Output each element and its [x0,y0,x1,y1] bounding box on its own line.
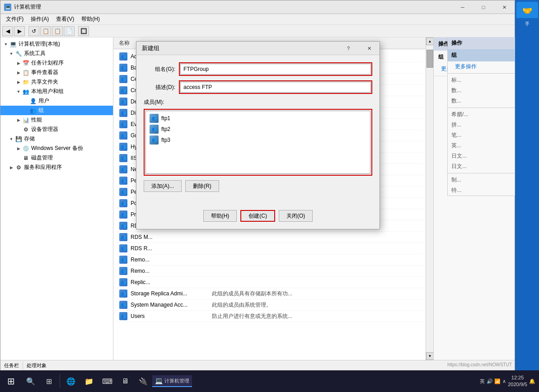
sidebar-item-backup[interactable]: ▶ 💿 Windows Server 备份 [0,144,113,153]
scrollbar[interactable]: ▲ ▼ [426,37,433,360]
taskbar-compmgmt-app[interactable]: 💻 计算机管理 [152,375,192,387]
close-button[interactable]: ✕ [494,0,515,14]
sidebar-item-users[interactable]: 👤 用户 [0,96,113,106]
member-item-ftp3[interactable]: 👥 ftp3 [148,135,368,145]
actions-sep1 [448,73,515,74]
toolbar-btn-5[interactable]: 📄 [64,26,75,36]
group-icon: 👥 [119,86,127,94]
taskbar-ie-icon[interactable]: 🌐 [62,372,80,390]
group-icon: 👥 [119,75,127,83]
side-panel-labels: 手 [515,18,539,30]
list-item[interactable]: 👥 Users 防止用户进行有意或无意的系统... [115,311,424,322]
groups-icon: 👥 [29,107,37,114]
list-item[interactable]: 👥 RDS R... [115,243,424,254]
taskview-button[interactable]: ⊞ [40,372,58,390]
toolbar-btn-6[interactable]: 🔲 [78,26,89,36]
list-item[interactable]: 👥 Remo... [115,266,424,277]
sidebar-item-computer[interactable]: ▼ 💻 计算机管理(本地) [0,39,113,49]
expand-users-leaf [22,98,29,105]
expand-event[interactable]: ▶ [15,69,22,76]
scroll-up-button[interactable]: ▲ [426,37,434,45]
dialog-close-button[interactable]: ✕ [359,42,380,55]
scroll-thumb[interactable] [427,50,433,68]
sidebar-item-event[interactable]: ▶ 📋 事件查看器 [0,68,113,77]
menu-file[interactable]: 文件(F) [2,14,27,24]
expand-tray-button[interactable]: ∧ [502,378,506,384]
list-item[interactable]: 👥 Storage Replica Admi... 此组的成员具有存储副本所有功… [115,288,424,299]
dialog-create-button[interactable]: 创建(C) [240,210,275,222]
group-name-input[interactable] [180,64,371,75]
scroll-area[interactable] [426,45,433,352]
expand-backup[interactable]: ▶ [15,145,22,152]
member-item-ftp2[interactable]: 👥 ftp2 [148,124,368,135]
list-item[interactable]: 👥 Replic... [115,277,424,288]
minimize-button[interactable]: ─ [452,0,473,14]
taskbar-network-icon[interactable]: 🔌 [134,372,152,390]
sidebar-label-users: 用户 [38,97,49,105]
expand-localusers[interactable]: ▼ [15,88,22,95]
taskbar-explorer-icon[interactable]: 📁 [80,372,98,390]
dialog-help-footer-button[interactable]: 帮助(H) [203,210,237,222]
sidebar-item-share[interactable]: ▶ 📁 共享文件夹 [0,77,113,87]
desc-input[interactable] [180,82,371,93]
expand-storage[interactable]: ▼ [8,135,15,143]
sidebar-item-tools[interactable]: ▼ 🔧 系统工具 [0,49,113,58]
members-label: 成员(M): [144,98,372,106]
taskbar-server-icon[interactable]: 🖥 [116,372,134,390]
side-panel-icon[interactable]: 🤝 [516,2,538,20]
list-item[interactable]: 👥 Remo... [115,254,424,266]
expand-perf[interactable]: ▶ [15,117,22,124]
taskbar-cmd-icon[interactable]: ⌨ [98,372,116,390]
toolbar-btn-4[interactable]: 📋 [52,26,63,36]
expand-computer[interactable]: ▼ [2,41,9,48]
sidebar-label-device: 设备管理器 [31,126,58,133]
add-member-button[interactable]: 添加(A)... [144,180,182,192]
taskbar: ⊞ 🔍 ⊞ 🌐 📁 ⌨ 🖥 🔌 💻 计算机管理 英 🔊 📶 ∧ 12:25 20… [0,370,539,392]
sidebar-item-storage[interactable]: ▼ 💾 存储 [0,134,113,144]
remove-member-button[interactable]: 删除(R) [185,180,219,192]
col-name[interactable]: 名称 [115,38,133,48]
dialog-close-footer-button[interactable]: 关闭(O) [279,210,313,222]
group-icon: 👥 [119,267,127,275]
sidebar-item-task[interactable]: ▶ 📅 任务计划程序 [0,58,113,68]
scroll-down-button[interactable]: ▼ [426,352,434,360]
menu-view[interactable]: 查看(V) [52,14,78,24]
members-list: 👥 ftp1 👥 ftp2 👥 ftp3 [145,111,370,174]
start-button[interactable]: ⊞ [0,370,22,392]
actions-more-ops[interactable]: 更多操作 [448,61,515,72]
member-icon-ftp1: 👥 [150,114,159,123]
taskbar-lang[interactable]: 英 [480,378,485,385]
maximize-button[interactable]: □ [473,0,494,14]
menu-help[interactable]: 帮助(H) [78,14,103,24]
sidebar-item-disk[interactable]: 🖥 磁盘管理 [0,153,113,163]
taskbar-notification-button[interactable]: 🔔 [529,378,535,384]
member-item-ftp1[interactable]: 👥 ftp1 [148,113,368,124]
sidebar-item-perf[interactable]: ▶ 📊 性能 [0,115,113,125]
back-button[interactable]: ◀ [2,26,13,36]
expand-tools[interactable]: ▼ [8,50,15,57]
new-group-dialog: 新建组 ? ✕ 组名(G): 描述(D): 成员(M): [136,41,380,229]
row-name: RDS R... [131,245,212,252]
expand-share[interactable]: ▶ [15,79,22,86]
sidebar-item-device[interactable]: ⚙ 设备管理器 [0,125,113,134]
menu-action[interactable]: 操作(A) [27,14,52,24]
forward-button[interactable]: ▶ [14,26,25,36]
sidebar-label-tools: 系统工具 [24,50,46,57]
expand-task[interactable]: ▶ [15,60,22,67]
list-item[interactable]: 👥 System Managed Acc... 此组的成员由系统管理。 [115,299,424,311]
refresh-button[interactable]: ↺ [28,26,39,36]
actions-sep3 [448,173,515,173]
taskbar-app-label: 计算机管理 [164,378,189,384]
sidebar-item-groups[interactable]: 👥 组 [0,106,113,115]
taskbar-date-value: 2020/9/5 [508,381,527,388]
toolbar-btn-3[interactable]: 📋 [40,26,51,36]
list-item[interactable]: 👥 RDS M... [115,232,424,243]
sidebar-item-localusers[interactable]: ▼ 👥 本地用户和组 [0,87,113,96]
expand-service[interactable]: ▶ [8,164,15,171]
status-separator [23,362,23,369]
search-button[interactable]: 🔍 [22,372,40,390]
actions-label-item9: 日文... [448,161,515,172]
dialog-help-button[interactable]: ? [338,42,359,55]
sidebar-item-service[interactable]: ▶ ⚙ 服务和应用程序 [0,163,113,172]
taskbar-datetime[interactable]: 12:25 2020/9/5 [508,374,527,388]
